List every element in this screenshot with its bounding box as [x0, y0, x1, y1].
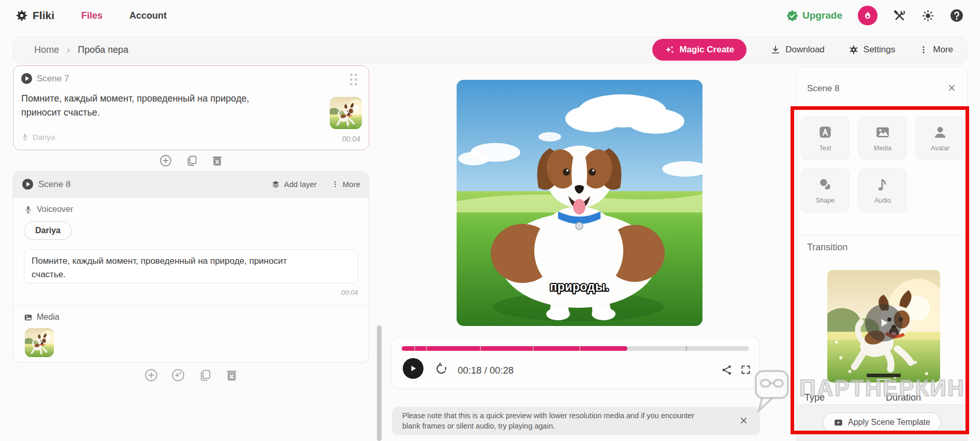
scene-7-drag-handle[interactable]: [350, 74, 357, 86]
upgrade-button[interactable]: Upgrade: [786, 10, 842, 22]
fullscreen-icon[interactable]: [740, 364, 751, 375]
layer-tools-grid: Text Media Avatar Sha: [801, 116, 964, 212]
scene-boundary-marker: [579, 346, 580, 351]
breadcrumb-home[interactable]: Home: [34, 45, 59, 55]
settings-button[interactable]: Settings: [849, 45, 895, 55]
delete-scene-icon[interactable]: [211, 155, 223, 167]
apply-scene-template-button[interactable]: Apply Scene Template: [823, 412, 941, 432]
add-scene-icon[interactable]: [159, 154, 172, 167]
tool-avatar-button[interactable]: Avatar: [916, 116, 964, 160]
notice-close-icon[interactable]: [739, 416, 749, 425]
scene-8-more-label: More: [343, 180, 360, 189]
settings-label: Settings: [864, 45, 895, 55]
apply-scene-template-label: Apply Scene Template: [848, 418, 930, 427]
scene-boundary-marker: [480, 346, 481, 351]
help-icon[interactable]: [950, 9, 963, 22]
more-menu-button[interactable]: More: [919, 45, 953, 55]
scene-7-play-icon[interactable]: [21, 73, 33, 84]
scene-8-title: Scene 8: [38, 179, 70, 190]
duplicate-scene-icon[interactable]: [185, 154, 198, 167]
download-label: Download: [785, 45, 825, 55]
progress-fill: [402, 346, 627, 351]
media-tool-icon: [875, 124, 890, 140]
add-layer-button[interactable]: Add layer: [271, 180, 316, 189]
scene-8-play-icon[interactable]: [22, 178, 34, 190]
audio-tool-icon: [875, 177, 890, 192]
project-toolbar: Home › Проба пера Magic Create Download: [13, 36, 967, 63]
breadcrumb-separator: ›: [67, 44, 70, 55]
scene-7-script-text[interactable]: Помните, каждый момент, проведенный на п…: [21, 92, 280, 120]
breadcrumb: Home › Проба пера: [34, 44, 128, 55]
voice-selector-pill[interactable]: Dariya: [24, 221, 72, 240]
scene-8-actions: [13, 363, 369, 388]
preview-notice-banner: Please note that this is a quick preview…: [392, 407, 760, 435]
delete-scene-icon[interactable]: [225, 369, 238, 382]
voiceover-label: Voiceover: [37, 205, 73, 214]
breadcrumb-project-title: Проба пера: [78, 45, 128, 55]
scene-7-actions: [13, 150, 369, 171]
progress-track[interactable]: [402, 346, 749, 351]
theme-brightness-icon[interactable]: [922, 9, 934, 22]
top-nav: Fliki Files Account Upgrade: [0, 0, 980, 31]
tool-text-button[interactable]: Text: [801, 116, 850, 160]
scene-8-more-button[interactable]: More: [331, 180, 360, 189]
magic-create-button[interactable]: Magic Create: [652, 39, 747, 61]
upgrade-badge-icon: [786, 10, 798, 22]
mic-icon: [24, 205, 33, 214]
user-avatar[interactable]: [858, 6, 877, 25]
scene-8-card[interactable]: Scene 8 Add layer More: [13, 171, 369, 363]
playback-bar: 00:18 / 00:28: [391, 336, 760, 389]
scene-8-header: Scene 8 Add layer More: [13, 172, 369, 197]
scene-inspector-panel: Scene 8 Text Media: [796, 67, 968, 441]
magic-scene-icon[interactable]: [171, 368, 185, 382]
play-button[interactable]: [403, 358, 423, 379]
scene-8-duration: 00:04: [341, 289, 358, 296]
share-icon[interactable]: [721, 364, 733, 376]
scene-7-card[interactable]: Scene 7 Помните, каждый момент, проведен…: [13, 65, 369, 150]
avatar-tool-icon: [932, 124, 948, 140]
scene-boundary-marker: [533, 346, 534, 351]
transition-type-label: Type: [805, 392, 825, 403]
tool-media-button[interactable]: Media: [858, 116, 907, 160]
add-layer-label: Add layer: [284, 180, 316, 189]
divider: [797, 235, 967, 235]
scene-boundary-marker: [426, 346, 427, 351]
scene-list: Scene 7 Помните, каждый момент, проведен…: [13, 65, 369, 388]
transition-play-overlay-icon[interactable]: [865, 304, 902, 342]
inspector-footer: Apply Scene Template: [797, 404, 967, 440]
scene-8-media-thumbnail[interactable]: [25, 328, 54, 357]
scene-list-scrollbar[interactable]: [377, 325, 382, 441]
brand-name: Fliki: [33, 9, 54, 22]
scene-8-script-input[interactable]: Помните, каждый момент, проведенный на п…: [24, 249, 358, 283]
transition-preview[interactable]: [827, 270, 940, 382]
fliki-brand: Fliki: [16, 9, 54, 22]
fliki-logo-icon: [16, 9, 28, 22]
restart-icon[interactable]: [435, 362, 448, 375]
tool-audio-button[interactable]: Audio: [858, 168, 907, 212]
tools-icon[interactable]: [893, 9, 906, 22]
transition-caption-strip: [867, 374, 901, 377]
transition-caption-underline: [876, 379, 891, 380]
download-button[interactable]: Download: [770, 45, 825, 55]
sparkles-icon: [665, 45, 675, 55]
nav-files[interactable]: Files: [81, 10, 103, 21]
media-section-label: Media: [37, 312, 60, 322]
video-preview[interactable]: природы.: [457, 80, 703, 326]
scene-7-duration: 00:04: [342, 135, 360, 143]
scene-7-thumbnail[interactable]: [330, 97, 362, 129]
subtitle-caption: природы.: [457, 280, 703, 294]
flame-icon: [862, 10, 873, 21]
text-tool-icon: [817, 124, 833, 140]
transition-duration-label: Duration: [886, 392, 921, 403]
gear-icon: [849, 45, 859, 55]
transition-section-label: Transition: [807, 242, 847, 253]
duplicate-scene-icon[interactable]: [198, 368, 212, 382]
inspector-close-icon[interactable]: [947, 83, 957, 93]
image-icon: [24, 313, 33, 322]
nav-account[interactable]: Account: [129, 10, 167, 21]
magic-create-label: Magic Create: [679, 45, 734, 55]
tool-shape-button[interactable]: Shape: [801, 168, 850, 212]
upgrade-label: Upgrade: [802, 10, 842, 21]
add-scene-icon[interactable]: [144, 368, 158, 382]
scene-7-voice-name: Dariya: [33, 133, 55, 141]
